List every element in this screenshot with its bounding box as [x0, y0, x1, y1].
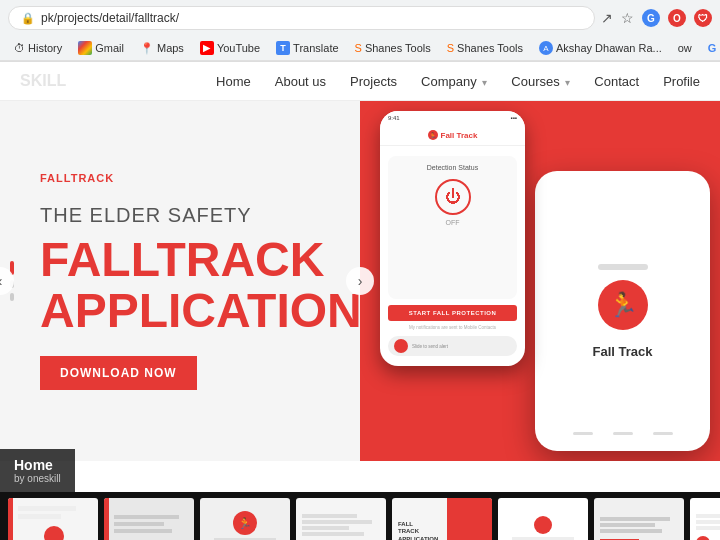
- bookmark-shanes2[interactable]: S Shanes Tools: [441, 40, 529, 56]
- thumb-8-content: [690, 498, 720, 540]
- thumb-5-label: FALLTRACKAPPLICATION: [398, 521, 486, 540]
- thumbnail-strip: 🏃 FALLTRACKAPPLICATION: [0, 492, 720, 540]
- thumb-line: [302, 520, 372, 524]
- thumbnail-8[interactable]: [690, 498, 720, 540]
- slide-circle: [394, 339, 408, 353]
- phone-back-notch-area: [598, 264, 648, 270]
- bookmark-label: Akshay Dhawan Ra...: [556, 42, 662, 54]
- detection-panel: Detection Status ⏻ OFF: [388, 156, 517, 299]
- nav-home[interactable]: Home: [216, 74, 251, 89]
- address-bar-row: 🔒 pk/projects/detail/falltrack/ ↗ ☆ G O …: [0, 0, 720, 36]
- fall-track-app-name: Fall Track: [593, 344, 653, 359]
- hero-nav-right-button[interactable]: ›: [346, 267, 374, 295]
- person-icon: 🏃: [238, 517, 252, 530]
- nav-about[interactable]: About us: [275, 74, 326, 89]
- thumb-7-content: [594, 498, 684, 540]
- thumb-red-bar-1: [8, 498, 13, 540]
- app-body: Detection Status ⏻ OFF START FALL PROTEC…: [380, 146, 525, 366]
- history-icon: ⏱: [14, 42, 25, 54]
- power-button[interactable]: ⏻: [435, 179, 471, 215]
- address-bar[interactable]: 🔒 pk/projects/detail/falltrack/: [8, 6, 595, 30]
- nav-projects[interactable]: Projects: [350, 74, 397, 89]
- phone-back: 🏃 Fall Track: [535, 171, 710, 451]
- bookmark-label: Shanes Tools: [365, 42, 431, 54]
- hero-title-line1: FALLTRACK: [40, 235, 330, 285]
- app-header-title: Fall Track: [441, 131, 478, 140]
- nav-company[interactable]: Company ▾: [421, 74, 487, 89]
- bookmark-ow[interactable]: ow: [672, 40, 698, 56]
- detection-status-label: Detection Status: [427, 164, 478, 171]
- nav-contact[interactable]: Contact: [594, 74, 639, 89]
- bookmark-label: Translate: [293, 42, 338, 54]
- youtube-icon: ▶: [200, 41, 214, 55]
- bookmark-star-icon[interactable]: ☆: [621, 10, 634, 26]
- thumb-line: [600, 529, 662, 533]
- chevron-right-icon: ›: [358, 273, 363, 289]
- hero-section: FALLTRACK THE ELDER SAFETY FALLTRACK APP…: [0, 101, 720, 461]
- thumbnail-3[interactable]: 🏃: [200, 498, 290, 540]
- thumb-6-content: [498, 498, 588, 540]
- thumb-line: [302, 532, 364, 536]
- fall-track-person-icon: 🏃: [608, 291, 638, 319]
- shanes-icon-2: S: [447, 42, 454, 54]
- bookmark-google[interactable]: G: [702, 40, 720, 56]
- thumb-line: [600, 523, 655, 527]
- bookmark-label: YouTube: [217, 42, 260, 54]
- bookmark-label: Shanes Tools: [457, 42, 523, 54]
- download-button[interactable]: DOWNLOAD NOW: [40, 356, 197, 390]
- slide-label: Slide to send alert: [412, 344, 448, 349]
- thumbnail-5[interactable]: FALLTRACKAPPLICATION: [392, 498, 492, 540]
- bookmark-youtube[interactable]: ▶ YouTube: [194, 39, 266, 57]
- site-nav: SKILL Home About us Projects Company ▾ C…: [0, 62, 720, 101]
- thumbnail-2[interactable]: [104, 498, 194, 540]
- lock-icon: 🔒: [21, 12, 35, 25]
- bookmark-label: Gmail: [95, 42, 124, 54]
- thumbnail-7[interactable]: [594, 498, 684, 540]
- thumb-circle: [534, 516, 552, 534]
- thumb-red-bar-2: [104, 498, 109, 540]
- phone-back-bottom-nav: [573, 432, 673, 435]
- url-text: pk/projects/detail/falltrack/: [41, 11, 179, 25]
- nav-courses[interactable]: Courses ▾: [511, 74, 570, 89]
- app-header-inner: 🏃 Fall Track: [428, 130, 478, 140]
- thumb-person-icon: 🏃: [233, 511, 257, 535]
- bookmark-label: Maps: [157, 42, 184, 54]
- slide-to-send-bar[interactable]: Slide to send alert: [388, 336, 517, 356]
- thumbnail-6[interactable]: [498, 498, 588, 540]
- browser-chrome: 🔒 pk/projects/detail/falltrack/ ↗ ☆ G O …: [0, 0, 720, 62]
- thumbnail-1[interactable]: [8, 498, 98, 540]
- thumb-line: [114, 515, 179, 519]
- shanes-icon-1: S: [355, 42, 362, 54]
- start-fall-protection-button[interactable]: START FALL PROTECTION: [388, 305, 517, 321]
- thumbnail-4[interactable]: [296, 498, 386, 540]
- google-icon: G: [708, 42, 717, 54]
- browser-icon-1: G: [642, 9, 660, 27]
- thumb-line: [18, 506, 76, 511]
- phone-front: 9:41 ▪▪▪ 🏃 Fall Track: [380, 111, 525, 366]
- bookmark-maps[interactable]: 📍 Maps: [134, 40, 190, 57]
- bookmark-history[interactable]: ⏱ History: [8, 40, 68, 56]
- thumb-line: [114, 522, 164, 526]
- website-content: SKILL Home About us Projects Company ▾ C…: [0, 62, 720, 492]
- hero-right: 🏃 Fall Track: [360, 101, 720, 461]
- site-logo: SKILL: [20, 72, 66, 90]
- app-logo-small: 🏃: [428, 130, 438, 140]
- bookmark-label: History: [28, 42, 62, 54]
- thumb-line: [302, 526, 349, 530]
- bookmark-gmail[interactable]: M Gmail: [72, 39, 130, 57]
- thumb-line: [114, 529, 172, 533]
- chevron-left-icon: ‹: [0, 273, 2, 289]
- share-icon[interactable]: ↗: [601, 10, 613, 26]
- bookmark-shanes1[interactable]: S Shanes Tools: [349, 40, 437, 56]
- thumb-5-content: FALLTRACKAPPLICATION: [392, 498, 492, 540]
- thumb-circle-small: [696, 536, 710, 540]
- thumb-line: [600, 517, 670, 521]
- bookmark-translate[interactable]: T Translate: [270, 39, 344, 57]
- project-tag: FALLTRACK: [40, 172, 330, 184]
- thumb-1-content: [8, 498, 98, 540]
- app-header: 🏃 Fall Track: [380, 125, 525, 146]
- nav-profile[interactable]: Profile: [663, 74, 700, 89]
- phone-battery: ▪▪▪: [511, 115, 517, 121]
- bookmark-akshay[interactable]: A Akshay Dhawan Ra...: [533, 39, 668, 57]
- hero-title-line2: APPLICATION: [40, 286, 330, 336]
